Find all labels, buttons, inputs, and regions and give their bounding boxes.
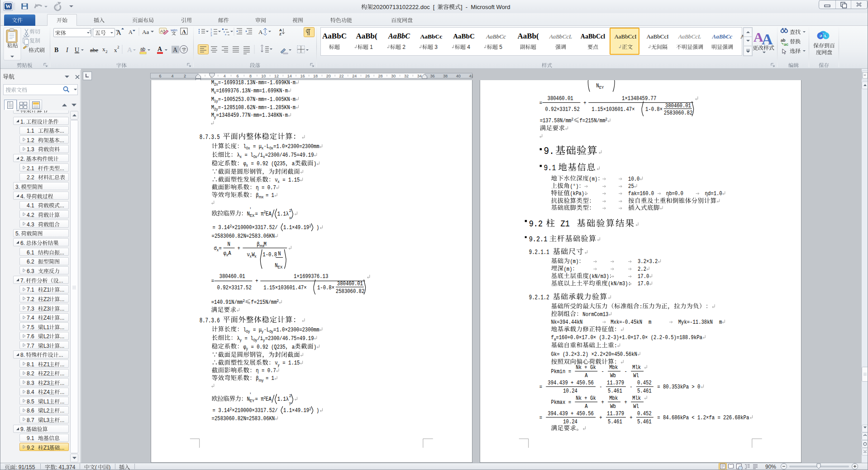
svg-text:=-1005253.07N·mm=-1.005KN·m: =-1005253.07N·mm=-1.005KN·m bbox=[218, 96, 296, 103]
svg-text:2583060.82: 2583060.82 bbox=[336, 288, 364, 295]
svg-text:6.2: 6.2 bbox=[27, 259, 36, 265]
svg-text:ηd=1.0: ηd=1.0 bbox=[705, 190, 722, 197]
svg-text:8: 8 bbox=[249, 74, 252, 78]
svg-text:3: 3 bbox=[210, 34, 212, 37]
svg-text:N: N bbox=[228, 241, 230, 248]
svg-text:A: A bbox=[182, 29, 186, 35]
svg-text:1.2: 1.2 bbox=[27, 137, 36, 144]
svg-text:): ) bbox=[314, 224, 320, 231]
svg-text:0y: 0y bbox=[269, 329, 273, 334]
svg-text:5: 5 bbox=[498, 44, 502, 50]
svg-text:1×1699376.13: 1×1699376.13 bbox=[294, 273, 328, 280]
svg-text:90%: 90% bbox=[765, 464, 776, 470]
svg-text:0y: 0y bbox=[253, 337, 258, 342]
svg-text:394.439 + 450.56: 394.439 + 450.56 bbox=[548, 379, 594, 387]
svg-text:0y: 0y bbox=[246, 329, 250, 334]
svg-text:η: η bbox=[256, 184, 258, 192]
svg-text:U: U bbox=[75, 47, 79, 53]
svg-text:4: 4 bbox=[466, 44, 470, 50]
svg-text:A: A bbox=[585, 372, 588, 379]
svg-text:...: ... bbox=[60, 370, 64, 377]
svg-text:Aa: Aa bbox=[142, 29, 149, 35]
svg-text:=1348459.77N·mm=1.348KN·m: =1348459.77N·mm=1.348KN·m bbox=[216, 112, 288, 119]
svg-text:AaBbCc: AaBbCc bbox=[420, 33, 443, 40]
svg-text:3.2×3.2: 3.2×3.2 bbox=[638, 258, 658, 265]
svg-text:L2: L2 bbox=[43, 333, 50, 340]
svg-text:= 3.14: = 3.14 bbox=[213, 407, 230, 414]
svg-text:...: ... bbox=[60, 417, 64, 423]
svg-text:AaBbCcl: AaBbCcl bbox=[581, 33, 606, 40]
svg-text:x: x bbox=[114, 47, 117, 53]
svg-text:1.1: 1.1 bbox=[27, 128, 36, 134]
svg-text:2x: 2x bbox=[214, 82, 218, 87]
svg-text:x: x bbox=[102, 46, 105, 53]
svg-text:M: M bbox=[211, 112, 214, 119]
svg-text:2: 2 bbox=[184, 74, 186, 78]
svg-text:(m): (m) bbox=[570, 258, 578, 265]
svg-text:B: B bbox=[54, 47, 58, 53]
svg-text::: : bbox=[639, 303, 642, 311]
svg-text:ab: ab bbox=[140, 47, 146, 52]
svg-text:2: 2 bbox=[309, 223, 311, 228]
svg-text:36: 36 bbox=[430, 74, 434, 78]
svg-text:...: ... bbox=[60, 398, 64, 405]
svg-text:+: + bbox=[627, 414, 635, 421]
svg-text:M: M bbox=[264, 241, 267, 248]
svg-text:1: 1 bbox=[210, 28, 212, 31]
svg-text:EX: EX bbox=[250, 213, 255, 218]
svg-text:=: = bbox=[255, 211, 261, 218]
svg-text:7.6: 7.6 bbox=[27, 333, 36, 340]
svg-text:): ) bbox=[109, 464, 110, 470]
svg-text:2583060.82: 2583060.82 bbox=[664, 110, 692, 117]
svg-text:9.2: 9.2 bbox=[27, 445, 36, 451]
svg-text:1.: 1. bbox=[20, 119, 25, 125]
svg-text:+: + bbox=[237, 245, 240, 252]
svg-text:4: 4 bbox=[171, 74, 173, 78]
svg-text:=1699376.13N·mm=1.699KN·m: =1699376.13N·mm=1.699KN·m bbox=[216, 87, 288, 95]
svg-text:24: 24 bbox=[352, 74, 357, 78]
svg-text:2.: 2. bbox=[20, 156, 25, 162]
svg-text:μ: μ bbox=[259, 326, 262, 333]
svg-text:1-0.8: 1-0.8 bbox=[262, 251, 277, 259]
svg-text:1.1×49.19: 1.1×49.19 bbox=[283, 224, 309, 231]
svg-text:A: A bbox=[279, 28, 282, 32]
svg-text:NormCom13: NormCom13 bbox=[582, 311, 608, 318]
svg-text:8.2: 8.2 bbox=[27, 370, 36, 377]
svg-text:AaBbCc: AaBbCc bbox=[711, 33, 732, 40]
svg-text:EA: EA bbox=[266, 396, 272, 403]
svg-text:2: 2 bbox=[243, 298, 244, 303]
svg-text:2: 2 bbox=[309, 406, 311, 411]
svg-text::: : bbox=[614, 342, 617, 350]
svg-text:=-1285108.62N·mm=-1.285KN·m: =-1285108.62N·mm=-1.285KN·m bbox=[218, 104, 296, 111]
svg-text:L2: L2 bbox=[43, 408, 50, 414]
svg-text:7.4: 7.4 bbox=[27, 315, 36, 321]
svg-text:/i: /i bbox=[258, 335, 263, 342]
svg-text:l: l bbox=[243, 326, 246, 333]
svg-text:Myk=-11.38kN: Myk=-11.38kN bbox=[678, 319, 713, 326]
svg-text:7.2: 7.2 bbox=[27, 296, 36, 302]
svg-text:0x: 0x bbox=[246, 146, 250, 151]
svg-text:=2300/46.75=49.19: =2300/46.75=49.19 bbox=[265, 152, 314, 159]
svg-text:λ: λ bbox=[286, 396, 289, 403]
svg-text:L1: L1 bbox=[43, 398, 50, 405]
svg-text:5.461: 5.461 bbox=[608, 388, 622, 395]
svg-text:Z1: Z1 bbox=[43, 445, 50, 451]
svg-text:= 1: = 1 bbox=[263, 192, 274, 199]
svg-text:...: ... bbox=[60, 315, 64, 321]
svg-text:λ: λ bbox=[237, 152, 239, 159]
svg-text:(kN/m3): (kN/m3) bbox=[608, 280, 628, 288]
svg-text:38: 38 bbox=[443, 74, 448, 78]
svg-text:9.1: 9.1 bbox=[544, 164, 560, 173]
svg-text:A: A bbox=[116, 29, 121, 36]
svg-text:7.7: 7.7 bbox=[27, 343, 36, 349]
svg-text:7.5: 7.5 bbox=[27, 324, 36, 331]
svg-text:9.: 9. bbox=[20, 426, 25, 432]
svg-text:φ: φ bbox=[243, 160, 246, 168]
svg-text:20: 20 bbox=[326, 74, 331, 78]
svg-text:...: ... bbox=[60, 380, 64, 386]
svg-text:=1.0×2300=2300mm: =1.0×2300=2300mm bbox=[273, 143, 320, 150]
svg-text:0.452: 0.452 bbox=[637, 379, 652, 387]
svg-text:5.461: 5.461 bbox=[637, 388, 652, 395]
svg-text:×210000×3317.52/: ×210000×3317.52/ bbox=[232, 407, 281, 414]
svg-text:Mxk=-0.45kN: Mxk=-0.45kN bbox=[610, 319, 642, 326]
